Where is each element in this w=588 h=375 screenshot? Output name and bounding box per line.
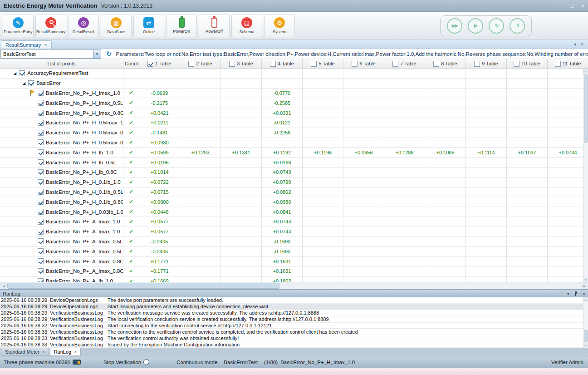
table-row[interactable]: BasicError_No_P+_A_Imax_0.5L✔-0.2405-0.1…: [0, 247, 588, 257]
row-checkbox[interactable]: [38, 169, 44, 175]
row-checkbox[interactable]: [38, 199, 44, 205]
log-row[interactable]: 2025-06-16 09:38:33VerificationBusinessL…: [0, 335, 588, 341]
table-row[interactable]: BasicError_No_P+_H_0.5Imax_1.0✔+0.0211-0…: [0, 118, 588, 128]
tabstrip-close-icon[interactable]: ×: [581, 42, 583, 47]
table-row[interactable]: BasicError_No_P+_H_Imax_0.8C✔+0.0421+0.0…: [0, 108, 588, 118]
log-row[interactable]: 2025-06-16 09:38:29DeviceOperationLogsSt…: [0, 304, 588, 310]
column-checkbox[interactable]: [311, 61, 317, 67]
log-row[interactable]: 2025-06-16 09:38:29VerificationBusinessL…: [0, 310, 588, 316]
maximize-icon[interactable]: □: [571, 3, 574, 9]
tree-expander-icon[interactable]: ◢: [23, 81, 25, 85]
toolbar-button-schema[interactable]: ▤Schema: [231, 15, 262, 37]
scroll-left-icon[interactable]: ◀: [0, 282, 7, 289]
toolbar-button-detailresult[interactable]: ◎DetailResult: [68, 15, 99, 37]
runlog-vertical-scrollbar[interactable]: ▲ ▼: [583, 297, 588, 348]
table-row[interactable]: BasicError_No_P+_A_Imax_0.8C✔+0.1771+0.1…: [0, 266, 588, 276]
row-checkbox[interactable]: [19, 70, 25, 76]
scrollbar-thumb[interactable]: [584, 330, 588, 342]
row-checkbox[interactable]: [38, 229, 44, 235]
row-checkbox[interactable]: [38, 139, 44, 145]
log-row[interactable]: 2025-06-16 09:38:33VerificationBusinessL…: [0, 329, 588, 335]
grid-horizontal-scrollbar[interactable]: ◀ ▶: [0, 282, 588, 289]
grid-vertical-scrollbar[interactable]: ▲ ▼: [583, 69, 588, 282]
toolbar-button-parameterentry[interactable]: ✎ParameterEntry: [3, 15, 34, 37]
table-row[interactable]: BasicError_No_P+_H_0.1Ib_0.5L✔+0.0715+0.…: [0, 188, 588, 197]
table-row[interactable]: ◢BasicError: [0, 79, 588, 89]
scrollbar-thumb[interactable]: [7, 283, 279, 289]
column-checkbox[interactable]: [474, 61, 480, 67]
column-checkbox[interactable]: [188, 61, 194, 67]
pin-icon[interactable]: [574, 291, 578, 296]
column-checkbox[interactable]: [555, 61, 561, 67]
column-checkbox[interactable]: [514, 61, 519, 67]
column-checkbox[interactable]: [229, 61, 235, 67]
row-checkbox[interactable]: [38, 179, 44, 185]
tab-resultsummary[interactable]: ResultSummary ×: [1, 40, 52, 49]
row-checkbox[interactable]: [38, 268, 44, 274]
log-row[interactable]: 2025-06-16 09:38:33VerificationBusinessL…: [0, 341, 588, 348]
bottom-tab-standard-meter[interactable]: Standard Meter×: [1, 348, 49, 356]
row-checkbox[interactable]: [38, 100, 44, 106]
table-row[interactable]: BasicError_No_P+_A_Imax_1.0✔+0.0577+0.07…: [0, 227, 588, 237]
table-row[interactable]: BasicError_No_P+_H_Ib_0.8C✔+0.1014+0.074…: [0, 168, 588, 178]
row-checkbox[interactable]: [38, 189, 44, 195]
test-select[interactable]: BasicErrorTest ▾: [0, 49, 101, 59]
tab-list-dropdown-icon[interactable]: ▾: [574, 42, 576, 47]
table-row[interactable]: BasicError_No_P+_H_0.03Ib_1.0✔+0.0446+0.…: [0, 207, 588, 217]
row-checkbox[interactable]: [38, 209, 44, 215]
toolbar-button-online[interactable]: ⇄Online: [133, 15, 164, 37]
pause-button[interactable]: ‖: [510, 18, 525, 34]
table-row[interactable]: BasicError_No_P+_H_Ib_1.0✔+0.0599+0.1293…: [0, 148, 588, 158]
close-icon[interactable]: ×: [583, 291, 585, 296]
row-checkbox[interactable]: [38, 159, 44, 165]
table-row[interactable]: BasicError_No_P+_H_0.1Ib_0.8C✔+0.0800+0.…: [0, 197, 588, 207]
table-row[interactable]: BasicError_No_P+_H_Imax_0.5L✔-0.2175-0.2…: [0, 98, 588, 108]
toolbar-button-poweroff[interactable]: PowerOff: [199, 15, 230, 37]
table-row[interactable]: BasicError_No_P+_A_Ib_1.0✔+0.1669+0.1802: [0, 276, 588, 282]
bottom-tab-runlog[interactable]: RunLog×: [50, 348, 81, 356]
row-checkbox[interactable]: [38, 248, 44, 254]
toolbar-button-poweron[interactable]: PowerOn: [166, 15, 197, 37]
close-icon[interactable]: ×: [42, 350, 45, 355]
table-row[interactable]: BasicError_No_P+_A_Imax_0.8C✔+0.1771+0.1…: [0, 257, 588, 266]
row-checkbox[interactable]: [38, 120, 44, 126]
column-checkbox[interactable]: [392, 61, 398, 67]
scroll-up-icon[interactable]: ▲: [583, 297, 588, 302]
table-row[interactable]: BasicError_No_P+_H_0.1Ib_1.0✔+0.0722+0.0…: [0, 178, 588, 188]
column-checkbox[interactable]: [352, 61, 358, 67]
table-row[interactable]: BasicError_No_P+_H_0.5Imax_0.5L✔-0.1481-…: [0, 128, 588, 138]
log-row[interactable]: 2025-06-16 09:38:32VerificationBusinessL…: [0, 323, 588, 329]
row-checkbox[interactable]: [38, 238, 44, 244]
dropdown-icon[interactable]: ▾: [567, 291, 569, 296]
row-checkbox[interactable]: [38, 90, 44, 96]
table-row[interactable]: BasicError_No_P+_H_0.5Imax_0.8C✔+0.0930: [0, 138, 588, 148]
column-checkbox[interactable]: [433, 61, 439, 67]
stop-verification-toggle[interactable]: [143, 359, 149, 365]
toolbar-button-resultsummary[interactable]: ResultSummary: [35, 15, 66, 37]
log-row[interactable]: 2025-06-16 09:38:29DeviceOperationLogsTh…: [0, 297, 588, 304]
scrollbar-thumb[interactable]: [584, 74, 588, 143]
play-button[interactable]: ▶: [468, 18, 483, 34]
close-icon[interactable]: ×: [44, 42, 47, 48]
table-row[interactable]: BasicError_No_P+_A_Imax_1.0✔+0.0577+0.07…: [0, 217, 588, 227]
refresh-icon[interactable]: ↻: [106, 50, 112, 57]
row-checkbox[interactable]: [38, 130, 44, 136]
toolbar-button-system[interactable]: ⚙System: [264, 15, 295, 37]
scroll-down-icon[interactable]: ▼: [583, 343, 588, 348]
loop-button[interactable]: ↻: [489, 18, 504, 34]
close-icon[interactable]: ×: [74, 350, 77, 355]
close-icon[interactable]: ×: [581, 3, 584, 9]
table-row[interactable]: BasicError_No_P+_H_Ib_0.5L✔+0.0196+0.016…: [0, 158, 588, 168]
scroll-right-icon[interactable]: ▶: [581, 282, 588, 289]
scroll-up-icon[interactable]: ▲: [583, 69, 588, 74]
column-checkbox[interactable]: [270, 61, 276, 67]
row-checkbox[interactable]: [38, 258, 44, 264]
row-checkbox[interactable]: [38, 149, 44, 155]
table-row[interactable]: ◢AccuracyRequirementTest: [0, 69, 588, 79]
table-row[interactable]: BasicError_No_P+_H_Imax_1.0✔-0.0639-0.07…: [0, 89, 588, 99]
table-row[interactable]: BasicError_No_P+_A_Imax_0.5L✔-0.2405-0.1…: [0, 237, 588, 247]
scroll-down-icon[interactable]: ▼: [583, 277, 588, 282]
minimize-icon[interactable]: —: [558, 3, 564, 9]
log-row[interactable]: 2025-06-16 09:38:29VerificationBusinessL…: [0, 316, 588, 323]
row-checkbox[interactable]: [38, 278, 44, 282]
